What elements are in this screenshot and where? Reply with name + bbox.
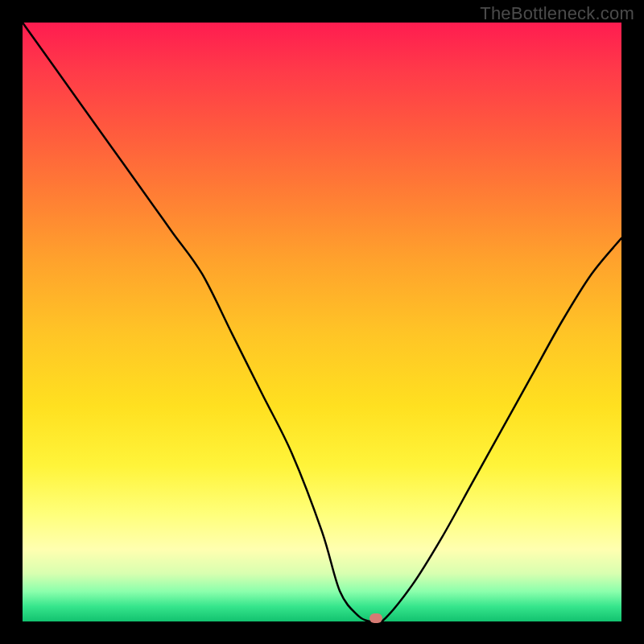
watermark-text: TheBottleneck.com bbox=[480, 3, 634, 24]
chart-frame: TheBottleneck.com bbox=[0, 0, 644, 644]
plot-background-gradient bbox=[23, 23, 621, 621]
optimal-point-marker bbox=[369, 613, 382, 623]
